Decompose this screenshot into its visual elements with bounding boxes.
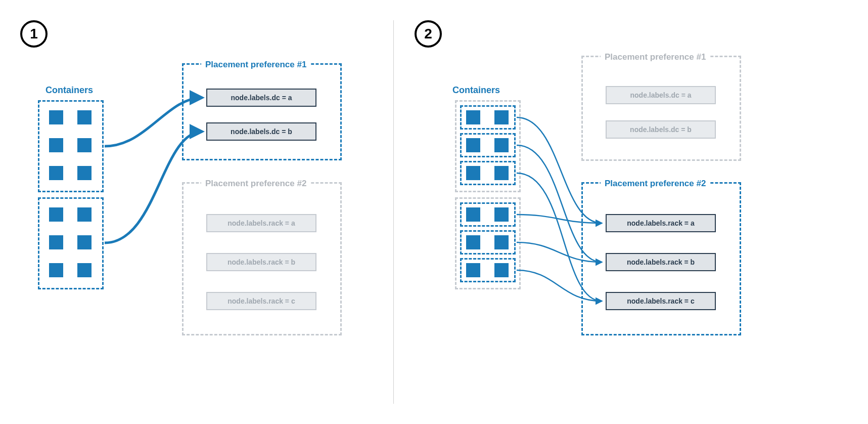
- container-square: [466, 110, 480, 124]
- container-square: [49, 207, 63, 222]
- node-dc-a-chip-inactive: node.labels.dc = a: [606, 86, 716, 104]
- pref2-legend-step2: Placement preference #2: [601, 178, 710, 190]
- node-rack-b-chip: node.labels.rack = b: [606, 253, 716, 271]
- container-square: [77, 110, 92, 124]
- container-square: [494, 166, 509, 180]
- container-square: [49, 110, 63, 124]
- container-square: [49, 263, 63, 277]
- step-1-number: 1: [30, 26, 38, 42]
- node-rack-c-chip: node.labels.rack = c: [606, 292, 716, 310]
- step-2-number: 2: [424, 26, 432, 42]
- pref1-box-step1: Placement preference #1: [182, 63, 342, 160]
- container-square: [466, 207, 480, 222]
- vertical-divider: [393, 20, 394, 404]
- node-dc-b-chip-inactive: node.labels.dc = b: [606, 120, 716, 139]
- step-2-badge: 2: [415, 20, 442, 48]
- containers-label-2: Containers: [452, 85, 500, 96]
- node-rack-b-chip-inactive: node.labels.rack = b: [206, 253, 316, 271]
- container-square: [494, 110, 509, 124]
- container-square: [466, 138, 480, 152]
- container-square: [466, 235, 480, 249]
- pref1-legend-step1: Placement preference #1: [201, 59, 310, 71]
- container-square: [494, 235, 509, 249]
- container-square: [494, 138, 509, 152]
- containers-label-1: Containers: [45, 85, 93, 96]
- node-rack-a-chip-inactive: node.labels.rack = a: [206, 214, 316, 232]
- node-dc-b-chip: node.labels.dc = b: [206, 122, 316, 141]
- containers-group-1-top: [38, 100, 104, 192]
- container-square: [77, 138, 92, 152]
- container-square: [77, 263, 92, 277]
- node-rack-c-chip-inactive: node.labels.rack = c: [206, 292, 316, 310]
- container-square: [494, 207, 509, 222]
- container-square: [49, 235, 63, 249]
- container-square: [49, 138, 63, 152]
- container-square: [494, 263, 509, 277]
- step-1-badge: 1: [20, 20, 48, 48]
- node-dc-a-chip: node.labels.dc = a: [206, 89, 316, 107]
- containers-group-1-bottom: [38, 197, 104, 289]
- container-square: [77, 166, 92, 180]
- container-square: [49, 166, 63, 180]
- pref1-legend-step2: Placement preference #1: [601, 51, 710, 63]
- pref2-legend-step1: Placement preference #2: [201, 178, 310, 190]
- pref1-box-step2: Placement preference #1: [581, 56, 741, 161]
- container-square: [77, 235, 92, 249]
- container-square: [77, 207, 92, 222]
- node-rack-a-chip: node.labels.rack = a: [606, 214, 716, 232]
- container-square: [466, 263, 480, 277]
- container-square: [466, 166, 480, 180]
